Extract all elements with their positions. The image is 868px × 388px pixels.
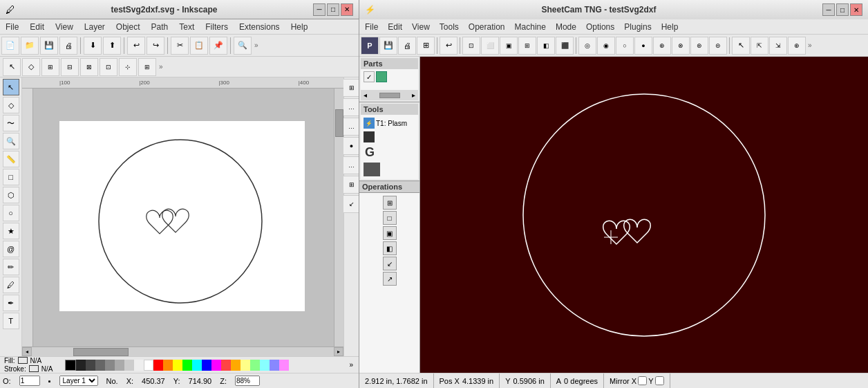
sc-view-btn-1[interactable]: ⊡ <box>462 37 480 55</box>
color-gray3[interactable] <box>105 360 115 371</box>
menu-edit[interactable]: Edit <box>27 21 47 33</box>
export-button[interactable]: ⬆ <box>103 37 121 55</box>
scroll-left-button[interactable]: ◂ <box>22 347 32 356</box>
sc-save-btn[interactable]: 💾 <box>379 37 397 55</box>
horizontal-scroll-track[interactable] <box>32 347 334 356</box>
sc-snap-btn-3[interactable]: ○ <box>616 37 634 55</box>
sc-mirror-y-checkbox[interactable] <box>655 376 664 385</box>
fill-color-box[interactable] <box>18 357 28 364</box>
color-magenta[interactable] <box>211 360 221 371</box>
sc-snap-btn-5[interactable]: ⊕ <box>653 37 671 55</box>
sc-view-btn-5[interactable]: ◧ <box>537 37 555 55</box>
tweak-tool[interactable]: 〜 <box>3 115 19 131</box>
new-button[interactable]: 📄 <box>1 37 19 55</box>
sc-undo-btn[interactable]: ↩ <box>440 37 457 55</box>
menu-text[interactable]: Text <box>176 21 197 33</box>
sc-snap-btn-6[interactable]: ⊗ <box>672 37 690 55</box>
second-toolbar-expand[interactable]: » <box>158 63 164 71</box>
color-gray2[interactable] <box>95 360 105 371</box>
color-lightblue[interactable] <box>270 360 279 371</box>
vertical-scrollbar[interactable] <box>334 89 343 347</box>
sc-menu-mode[interactable]: Mode <box>553 21 579 33</box>
sc-menu-tools[interactable]: Tools <box>437 21 462 33</box>
ops-btn-3[interactable]: ▣ <box>383 226 397 240</box>
color-lightred[interactable] <box>221 360 231 371</box>
select-tool[interactable]: ↖ <box>3 58 21 76</box>
inkscape-maximize-button[interactable]: □ <box>327 3 339 16</box>
sc-calc-btn[interactable]: ⊞ <box>417 37 435 55</box>
menu-file[interactable]: File <box>3 21 21 33</box>
sc-view-btn-6[interactable]: ⬛ <box>556 37 574 55</box>
parts-nav-left[interactable]: ◂ <box>364 91 367 99</box>
ops-btn-1[interactable]: ⊞ <box>383 196 397 210</box>
sc-menu-operation[interactable]: Operation <box>466 21 508 33</box>
node-edit-tool[interactable]: ◇ <box>3 97 19 113</box>
arrow-tool[interactable]: ↖ <box>3 79 19 95</box>
measure-tool[interactable]: 📏 <box>3 151 19 167</box>
pencil-tool[interactable]: ✏ <box>3 259 19 275</box>
color-green[interactable] <box>182 360 192 371</box>
sc-print-btn[interactable]: 🖨 <box>398 37 416 55</box>
opacity-input[interactable] <box>19 376 40 386</box>
calligraphy-tool[interactable]: ✒ <box>3 295 19 311</box>
sc-menu-view[interactable]: View <box>409 21 433 33</box>
color-black[interactable] <box>65 360 76 371</box>
color-gray5[interactable] <box>124 360 134 371</box>
menu-object[interactable]: Object <box>113 21 143 33</box>
ops-btn-6[interactable]: ↗ <box>383 272 397 286</box>
color-pink[interactable] <box>279 360 289 371</box>
sc-nav-btn-1[interactable]: ⇱ <box>751 37 768 55</box>
sc-mirror-x-checkbox[interactable] <box>638 376 647 385</box>
sheetcam-canvas[interactable] <box>420 57 868 373</box>
color-dark[interactable] <box>76 360 86 371</box>
right-snap-5[interactable]: … <box>343 156 359 174</box>
right-snap-6[interactable]: ⊞ <box>343 176 359 194</box>
menu-path[interactable]: Path <box>149 21 171 33</box>
copy-button[interactable]: 📋 <box>190 37 208 55</box>
print-button[interactable]: 🖨 <box>59 37 77 55</box>
sc-nav-btn-2[interactable]: ⇲ <box>769 37 787 55</box>
text-tool[interactable]: T <box>3 313 19 329</box>
vertical-scroll-thumb[interactable] <box>335 109 343 137</box>
palette-expand[interactable]: » <box>348 361 355 369</box>
inkscape-close-button[interactable]: ✕ <box>341 3 353 16</box>
color-gray4[interactable] <box>115 360 124 371</box>
color-lightyellow[interactable] <box>240 360 250 371</box>
right-snap-3[interactable]: … <box>343 118 359 136</box>
sc-menu-help[interactable]: Help <box>659 21 681 33</box>
rect-tool[interactable]: □ <box>3 169 19 185</box>
color-blue[interactable] <box>202 360 211 371</box>
snap-btn-5[interactable]: ⊹ <box>119 58 137 76</box>
snap-btn-1[interactable]: ⊞ <box>41 58 59 76</box>
redo-button[interactable]: ↪ <box>147 37 164 55</box>
menu-filters[interactable]: Filters <box>202 21 231 33</box>
undo-button[interactable]: ↩ <box>127 37 145 55</box>
sc-view-btn-4[interactable]: ⊞ <box>518 37 536 55</box>
snap-btn-3[interactable]: ⊠ <box>80 58 98 76</box>
zoom-button[interactable]: 🔍 <box>234 37 252 55</box>
sc-toolbar-expand[interactable]: » <box>806 41 813 49</box>
circle-tool[interactable]: ○ <box>3 205 19 221</box>
menu-layer[interactable]: Layer <box>82 21 108 33</box>
ops-btn-4[interactable]: ◧ <box>383 241 397 255</box>
tool-grid-box[interactable] <box>364 163 380 176</box>
parts-nav-right[interactable]: ▸ <box>412 91 415 99</box>
snap-btn-6[interactable]: ⊞ <box>138 58 156 76</box>
tool-item[interactable]: ⚡ T1: Plasm <box>362 116 417 130</box>
sc-menu-options[interactable]: Options <box>583 21 617 33</box>
right-snap-2[interactable]: … <box>343 98 359 116</box>
sc-snap-btn-1[interactable]: ◎ <box>578 37 596 55</box>
stroke-color-box[interactable] <box>29 365 39 372</box>
spiral-tool[interactable]: @ <box>3 241 19 257</box>
color-lightcyan[interactable] <box>260 360 270 371</box>
sc-view-btn-2[interactable]: ⬜ <box>481 37 499 55</box>
color-gray1[interactable] <box>86 360 95 371</box>
pen-tool[interactable]: 🖊 <box>3 277 19 293</box>
sc-snap-btn-4[interactable]: ● <box>634 37 652 55</box>
scroll-right-button[interactable]: ▸ <box>334 347 343 356</box>
sheetcam-minimize-button[interactable]: ─ <box>822 3 835 16</box>
color-lightgreen[interactable] <box>250 360 260 371</box>
sc-cursor-btn[interactable]: ↖ <box>732 37 750 55</box>
sheetcam-maximize-button[interactable]: □ <box>836 3 849 16</box>
paste-button[interactable]: 📌 <box>209 37 227 55</box>
